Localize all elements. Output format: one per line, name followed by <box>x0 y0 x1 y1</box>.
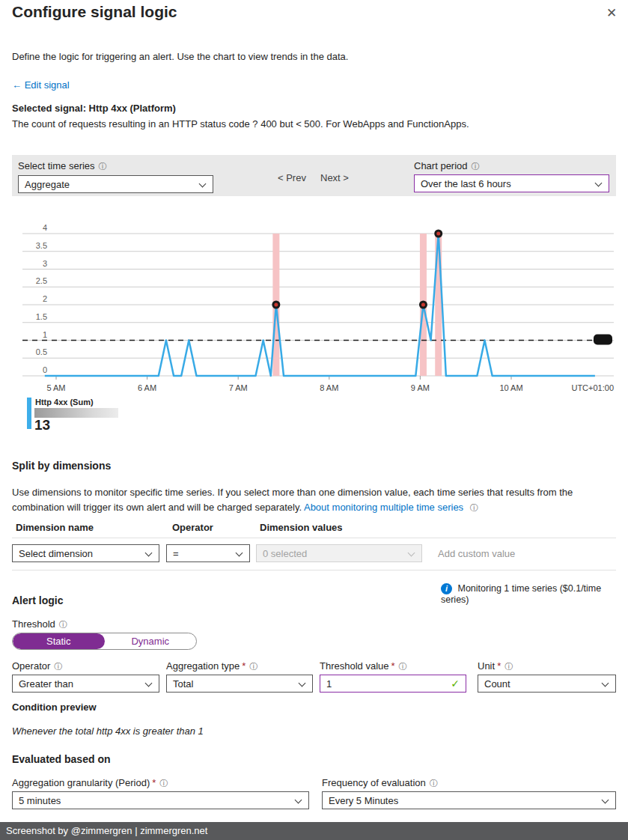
legend-series-label: Http 4xx (Sum) <box>35 398 94 407</box>
svg-text:10 AM: 10 AM <box>499 383 522 392</box>
granularity-value: 5 minutes <box>19 795 61 806</box>
svg-text:2: 2 <box>43 294 47 303</box>
metrics-chart-svg: 00.511.522.533.545 AM6 AM7 AM8 AM9 AM10 … <box>0 217 628 401</box>
split-heading: Split by dimensions <box>12 460 111 472</box>
chevron-down-icon <box>236 550 243 557</box>
time-series-value: Aggregate <box>25 179 70 190</box>
svg-text:3.5: 3.5 <box>36 241 47 250</box>
chevron-down-icon <box>199 180 207 188</box>
chevron-down-icon <box>595 180 603 187</box>
info-icon[interactable] <box>472 161 480 172</box>
chevron-down-icon <box>602 797 609 804</box>
unit-label: Unit* <box>478 660 513 672</box>
chevron-down-icon <box>602 680 609 687</box>
svg-text:1: 1 <box>43 330 47 339</box>
svg-text:0: 0 <box>43 365 47 374</box>
svg-text:6 AM: 6 AM <box>138 383 156 392</box>
threshold-label: Threshold <box>12 618 67 630</box>
page-title: Configure signal logic <box>12 3 177 21</box>
threshold-option-static[interactable]: Static <box>13 633 105 649</box>
svg-text:3: 3 <box>43 259 47 268</box>
selected-signal-title: Selected signal: Http 4xx (Platform) <box>12 103 176 114</box>
info-filled-icon: i <box>441 583 452 594</box>
check-icon: ✓ <box>451 678 460 690</box>
column-dimension-values: Dimension values <box>260 522 343 533</box>
dimension-values-dropdown[interactable]: 0 selected <box>256 544 422 562</box>
operator-value: Greater than <box>19 678 73 690</box>
info-icon[interactable] <box>504 661 513 672</box>
operator-dropdown[interactable]: Greater than <box>12 675 159 693</box>
chevron-down-icon <box>295 797 302 804</box>
threshold-toggle: Static Dynamic <box>12 633 197 650</box>
aggregation-type-value: Total <box>173 678 193 690</box>
credit-footer: Screenshot by @zimmergren | zimmergren.n… <box>0 822 628 840</box>
info-icon[interactable] <box>159 778 168 789</box>
metrics-chart: 00.511.522.533.545 AM6 AM7 AM8 AM9 AM10 … <box>0 217 628 401</box>
frequency-value: Every 5 Minutes <box>329 795 398 806</box>
granularity-dropdown[interactable]: 5 minutes <box>12 791 309 809</box>
selected-signal-description: The count of requests resulting in an HT… <box>12 118 469 130</box>
unit-value: Count <box>484 678 510 690</box>
info-icon[interactable] <box>54 661 62 672</box>
info-icon[interactable] <box>59 619 67 630</box>
close-icon[interactable]: ✕ <box>606 5 617 20</box>
chart-toolbar: Select time series Aggregate < Prev Next… <box>12 155 616 196</box>
alert-logic-heading: Alert logic <box>12 594 63 606</box>
select-dimension-value: Select dimension <box>19 548 93 559</box>
condition-preview-heading: Condition preview <box>12 701 97 713</box>
info-icon[interactable] <box>399 661 407 672</box>
intro-text: Define the logic for triggering an alert… <box>12 51 348 62</box>
condition-preview-text: Whenever the total http 4xx is greater t… <box>12 725 204 737</box>
monitoring-note: i Monitoring 1 time series ($0.1/time se… <box>441 583 628 605</box>
chart-period-value: Over the last 6 hours <box>421 178 511 189</box>
edit-signal-label: Edit signal <box>25 79 70 91</box>
svg-text:9 AM: 9 AM <box>411 383 430 392</box>
threshold-drag-handle[interactable] <box>594 335 612 345</box>
info-icon[interactable] <box>470 500 478 516</box>
frequency-label: Frequency of evaluation <box>322 777 438 789</box>
next-button[interactable]: Next > <box>320 172 349 183</box>
svg-text:2.5: 2.5 <box>36 276 47 285</box>
svg-text:1.5: 1.5 <box>36 312 47 321</box>
svg-text:8 AM: 8 AM <box>320 383 338 392</box>
svg-text:UTC+01:00: UTC+01:00 <box>571 383 614 392</box>
threshold-value-input[interactable]: 1 ✓ <box>320 675 466 693</box>
back-arrow-icon: ← <box>12 79 22 91</box>
chevron-down-icon <box>145 550 153 557</box>
aggregation-type-dropdown[interactable]: Total <box>166 675 313 693</box>
about-monitoring-link[interactable]: About monitoring multiple time series <box>304 502 463 513</box>
violation-dot <box>273 302 279 308</box>
info-icon[interactable] <box>430 778 438 789</box>
chart-period-dropdown[interactable]: Over the last 6 hours <box>414 174 609 192</box>
divider <box>12 538 616 538</box>
add-custom-value-input[interactable]: Add custom value <box>438 548 515 559</box>
frequency-dropdown[interactable]: Every 5 Minutes <box>322 791 616 809</box>
chart-period-label: Chart period <box>414 160 480 172</box>
divider <box>12 570 616 570</box>
violation-dot <box>436 231 442 237</box>
prev-button[interactable]: < Prev <box>278 172 306 183</box>
evaluated-heading: Evaluated based on <box>12 753 110 765</box>
legend-color-swatch <box>27 398 31 429</box>
time-series-dropdown[interactable]: Aggregate <box>18 175 213 193</box>
edit-signal-link[interactable]: ← Edit signal <box>12 79 70 91</box>
threshold-value-label: Threshold value* <box>320 660 407 672</box>
operator-label: Operator <box>12 660 62 672</box>
info-icon[interactable] <box>249 661 257 672</box>
time-series-label: Select time series <box>18 160 107 172</box>
aggregation-type-label: Aggregation type* <box>166 660 257 672</box>
info-icon[interactable] <box>99 161 107 172</box>
dimension-values-value: 0 selected <box>263 548 307 559</box>
svg-text:7 AM: 7 AM <box>229 383 248 392</box>
configure-signal-logic-dialog: Configure signal logic ✕ Define the logi… <box>0 0 628 840</box>
dimension-operator-dropdown[interactable]: = <box>166 544 250 562</box>
violation-dot <box>420 302 426 308</box>
select-dimension-dropdown[interactable]: Select dimension <box>12 544 159 562</box>
chevron-down-icon <box>299 680 306 687</box>
threshold-value: 1 <box>326 678 332 690</box>
unit-dropdown[interactable]: Count <box>478 675 616 693</box>
svg-text:5 AM: 5 AM <box>46 383 65 392</box>
dimension-operator-value: = <box>173 548 179 559</box>
legend-total-value: 13 <box>34 417 50 433</box>
threshold-option-dynamic[interactable]: Dynamic <box>105 633 197 649</box>
